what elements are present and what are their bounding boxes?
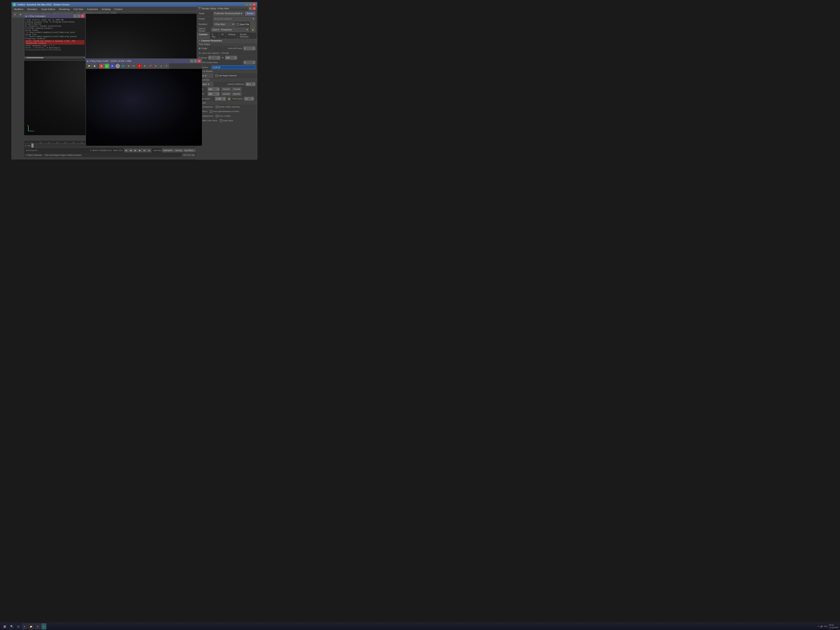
key-filters-button[interactable]: Key Filters... — [183, 148, 196, 152]
fb-minimize[interactable]: ─ — [190, 59, 193, 63]
superblack-check[interactable]: Super Black — [220, 119, 233, 122]
width-spin-btns[interactable]: ▲ ▼ — [217, 87, 219, 91]
menu-graph-editors[interactable]: Graph Editors — [39, 8, 57, 11]
range-to-input[interactable] — [225, 56, 235, 60]
height-up[interactable]: ▲ — [217, 92, 219, 94]
render-hidden-checkbox[interactable] — [216, 106, 218, 108]
fb-tool-1[interactable]: ⊞ — [126, 63, 131, 68]
fb-open-img[interactable]: 🗁 — [131, 63, 136, 68]
rs-save-file-btn[interactable]: … — [250, 22, 256, 27]
force2sided-check[interactable]: Force 2-Sided — [216, 115, 231, 117]
width-up[interactable]: ▲ — [217, 87, 219, 89]
fb-open[interactable]: 📂 — [87, 63, 92, 68]
fb-history[interactable]: ⏱ — [164, 63, 169, 68]
file-num-base-down[interactable]: ▼ — [253, 63, 256, 65]
menu-content[interactable]: Content — [112, 8, 124, 11]
timeline-playhead[interactable] — [32, 144, 33, 147]
width-down[interactable]: ▼ — [217, 89, 219, 91]
force2sided-checkbox[interactable] — [216, 115, 218, 117]
aperture-up[interactable]: ▲ — [253, 82, 256, 84]
fb-globe[interactable]: 🌐 — [121, 63, 126, 68]
auto-region-check[interactable]: Auto Region Selected — [215, 74, 237, 77]
pixel-aspect-spinner[interactable]: ▲ ▼ — [244, 97, 254, 101]
fb-circle[interactable]: ○ — [115, 63, 120, 68]
region-select-tool[interactable]: ⊞ — [18, 12, 23, 17]
size-btn-800[interactable]: 800x600 — [232, 92, 242, 96]
tab-settings[interactable]: Settings — [226, 33, 238, 39]
scroll-left-arrow[interactable]: ◀ — [25, 57, 26, 58]
rs-view-dropdown[interactable]: Quad 4 - Perspective ▼ — [211, 28, 249, 32]
menu-scripting[interactable]: Scripting — [100, 8, 112, 11]
aperture-down[interactable]: ▼ — [253, 84, 256, 86]
scroll-thumb[interactable] — [27, 57, 44, 58]
toggle-play-mode[interactable]: ⇌ — [147, 148, 151, 152]
go-end[interactable]: ⏭ — [142, 148, 147, 152]
go-start[interactable]: ⏮ — [124, 148, 128, 152]
aperture-input[interactable] — [246, 82, 253, 86]
tab-vray[interactable]: V-Ray — [210, 33, 219, 39]
every-nth-up[interactable]: ▲ — [253, 46, 256, 48]
frames-input[interactable] — [212, 65, 256, 69]
size-btn-720[interactable]: 720x486 — [232, 87, 242, 91]
single-radio[interactable] — [199, 47, 201, 49]
tab-common[interactable]: Common — [197, 33, 210, 39]
rs-close[interactable]: ✕ — [253, 7, 256, 10]
range-from-down[interactable]: ▼ — [218, 58, 220, 60]
height-spinner[interactable]: ▲ ▼ — [208, 92, 219, 96]
image-aspect-input[interactable] — [215, 97, 223, 101]
superblack-checkbox[interactable] — [220, 119, 222, 122]
fb-tool-2[interactable]: ⊕ — [153, 63, 158, 68]
maximize-button[interactable]: □ — [249, 3, 252, 6]
menu-customize[interactable]: Customize — [85, 8, 99, 11]
range-from-up[interactable]: ▲ — [218, 56, 220, 58]
rs-minimize[interactable]: ─ — [249, 7, 252, 10]
tab-render-elements[interactable]: Render Elements — [238, 33, 257, 39]
fb-compare[interactable]: ⊟ — [142, 63, 147, 68]
scroll-track[interactable] — [27, 57, 83, 58]
prev-frame[interactable]: ◀ — [129, 148, 133, 152]
pixel-aspect-spin-btns[interactable]: ▲ ▼ — [251, 97, 254, 101]
render-hidden-check[interactable]: Render Hidden Geometry — [216, 106, 240, 108]
aspect-lock[interactable]: 🔓 — [227, 97, 231, 100]
rs-preset-dropdown[interactable]: No preset selected ▼ — [213, 17, 256, 21]
play[interactable]: ▶ — [133, 148, 137, 152]
image-aspect-spin-btns[interactable]: ▲ ▼ — [223, 97, 226, 101]
pixel-aspect-down[interactable]: ▼ — [251, 99, 254, 101]
autokey-dropdown[interactable]: Selected ▼ — [162, 148, 174, 152]
tab-gi[interactable]: GI — [219, 33, 226, 39]
minimize-button[interactable]: ─ — [245, 3, 248, 6]
active-time-radio[interactable] — [199, 52, 201, 54]
rs-renderer-dropdown[interactable]: V-Ray Next ▼ — [213, 22, 235, 27]
vray-scrollbar[interactable]: ◀ ▶ — [24, 56, 85, 59]
fb-red-x[interactable]: ✕ — [137, 63, 142, 68]
range-from-spin-btns[interactable]: ▲ ▼ — [218, 56, 220, 60]
range-from-spinner[interactable]: ▲ ▼ — [208, 56, 220, 60]
set-key-button[interactable]: Set Key — [174, 148, 183, 152]
every-nth-input[interactable] — [243, 46, 253, 50]
add-time-tag-button[interactable]: Add Time Tag — [182, 153, 196, 157]
height-down[interactable]: ▼ — [217, 94, 219, 96]
area-lights-check[interactable]: Area Lights/Shadows as Points — [210, 110, 239, 113]
image-aspect-down[interactable]: ▼ — [223, 99, 226, 101]
height-spin-btns[interactable]: ▲ ▼ — [217, 92, 219, 96]
pixel-aspect-up[interactable]: ▲ — [251, 97, 254, 99]
fb-color-b[interactable]: B — [110, 63, 115, 68]
image-aspect-spinner[interactable]: ▲ ▼ — [215, 97, 226, 101]
menu-animation[interactable]: Animation — [25, 8, 39, 11]
file-num-base-input[interactable] — [243, 61, 253, 65]
range-to-up[interactable]: ▲ — [235, 56, 237, 58]
fb-maximize[interactable]: □ — [194, 59, 197, 63]
auto-region-checkbox[interactable] — [215, 74, 218, 77]
size-btn-640[interactable]: 640x480 — [221, 92, 231, 96]
area-lights-checkbox[interactable] — [210, 110, 212, 113]
fb-save[interactable]: 💾 — [92, 63, 97, 68]
file-num-base-spinner[interactable]: ▲ ▼ — [243, 61, 256, 65]
range-from-input[interactable] — [208, 56, 218, 60]
aperture-spin-btns[interactable]: ▲ ▼ — [253, 82, 256, 86]
rs-lock-btn[interactable]: 🔒 — [250, 27, 256, 32]
fb-color-g[interactable]: G — [104, 63, 109, 68]
file-num-base-up[interactable]: ▲ — [253, 61, 256, 63]
width-input[interactable] — [208, 87, 217, 91]
select-tool[interactable]: ⊡ — [13, 12, 17, 17]
fb-close[interactable]: ✕ — [197, 59, 201, 63]
